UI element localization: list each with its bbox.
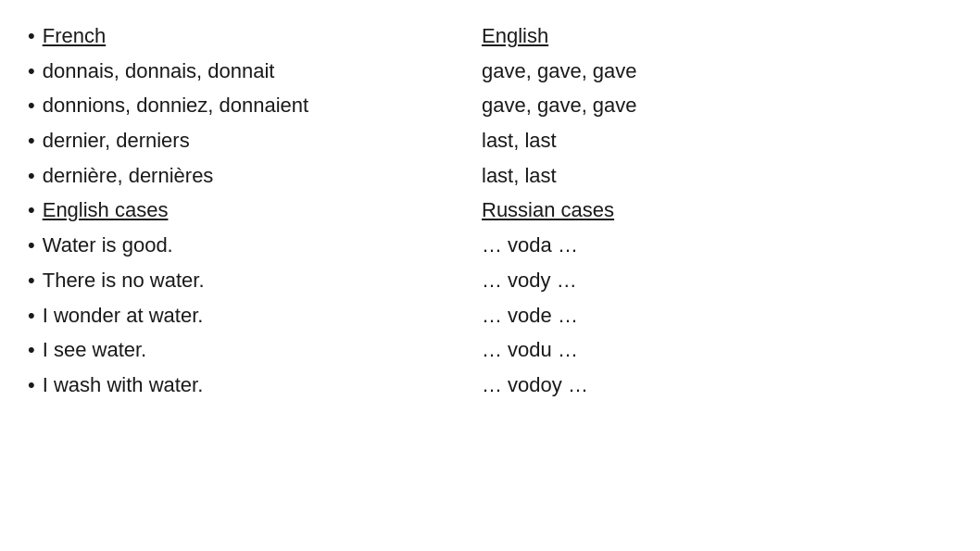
list-item-text: There is no water.: [43, 267, 205, 294]
bullet-icon: •: [28, 127, 35, 155]
list-item-text: gave, gave, gave: [482, 92, 637, 119]
bullet-icon: •: [28, 162, 35, 190]
list-item: •I wonder at water.: [28, 298, 472, 333]
list-item-text: donnais, donnais, donnait: [43, 57, 275, 85]
list-item-text: I wash with water.: [43, 371, 204, 399]
left-column: •French•donnais, donnais, donnait•donnio…: [28, 19, 472, 403]
list-item-text: English: [482, 22, 548, 50]
list-item: Russian cases: [482, 193, 952, 228]
list-item: gave, gave, gave: [482, 88, 952, 123]
bullet-icon: •: [28, 92, 35, 119]
list-item-text: … voda …: [482, 232, 578, 259]
list-item-text: I wonder at water.: [43, 302, 204, 330]
list-item-text: last, last: [482, 127, 557, 155]
bullet-icon: •: [28, 196, 35, 224]
list-item: •I see water.: [28, 332, 472, 368]
list-item-text: Russian cases: [482, 196, 614, 224]
list-item-text: English cases: [43, 196, 169, 224]
bullet-icon: •: [28, 267, 35, 294]
list-item: •There is no water.: [28, 263, 472, 298]
content-grid: •French•donnais, donnais, donnait•donnio…: [28, 19, 952, 403]
list-item-text: … vodoy …: [482, 371, 588, 399]
list-item: English: [482, 19, 952, 54]
list-item: •English cases: [28, 193, 472, 228]
list-item-text: gave, gave, gave: [482, 57, 637, 85]
list-item-text: dernier, derniers: [43, 127, 190, 155]
list-item-text: Water is good.: [43, 232, 173, 259]
list-item-text: I see water.: [43, 336, 147, 364]
list-item: •Water is good.: [28, 228, 472, 263]
list-item: •I wash with water.: [28, 368, 472, 403]
bullet-icon: •: [28, 232, 35, 259]
bullet-icon: •: [28, 22, 35, 50]
list-item: … vode …: [482, 298, 952, 333]
list-item: •dernier, derniers: [28, 123, 472, 158]
list-item: •dernière, dernières: [28, 158, 472, 194]
list-item: •donnais, donnais, donnait: [28, 54, 472, 89]
bullet-icon: •: [28, 302, 35, 330]
bullet-icon: •: [28, 57, 35, 85]
page: •French•donnais, donnais, donnait•donnio…: [0, 0, 980, 551]
list-item: •donnions, donniez, donnaient: [28, 88, 472, 123]
list-item: … vody …: [482, 263, 952, 298]
list-item-text: dernière, dernières: [43, 162, 214, 190]
list-item: … vodu …: [482, 332, 952, 368]
list-item-text: donnions, donniez, donnaient: [43, 92, 308, 119]
list-item: last, last: [482, 158, 952, 194]
list-item-text: … vodu …: [482, 336, 578, 364]
list-item-text: … vode …: [482, 302, 578, 330]
list-item-text: last, last: [482, 162, 557, 190]
list-item-text: French: [43, 22, 106, 50]
list-item-text: … vody …: [482, 267, 577, 294]
bullet-icon: •: [28, 336, 35, 364]
bullet-icon: •: [28, 371, 35, 399]
list-item: … vodoy …: [482, 368, 952, 403]
list-item: gave, gave, gave: [482, 54, 952, 89]
list-item: •French: [28, 19, 472, 54]
right-column: Englishgave, gave, gavegave, gave, gavel…: [482, 19, 952, 403]
list-item: … voda …: [482, 228, 952, 263]
list-item: last, last: [482, 123, 952, 158]
